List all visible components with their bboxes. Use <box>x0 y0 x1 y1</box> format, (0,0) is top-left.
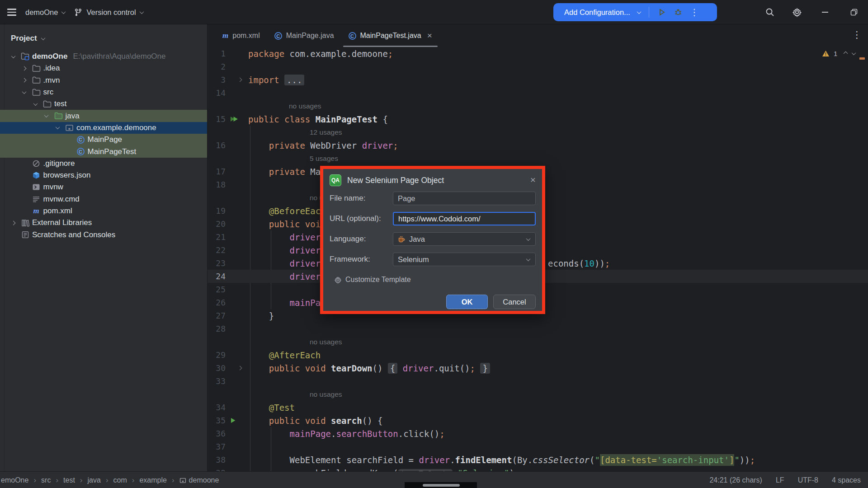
file-name-input[interactable] <box>393 192 536 205</box>
project-panel-header[interactable]: Project <box>0 24 207 44</box>
tree-item-mvnw-cmd[interactable]: mvnw.cmd <box>0 193 207 205</box>
settings-gear-icon[interactable] <box>792 7 802 17</box>
chevron-down-icon[interactable] <box>11 54 15 58</box>
run-button[interactable] <box>657 8 666 17</box>
textfile-icon <box>32 195 41 204</box>
tree-item-label: External Libraries <box>32 218 92 227</box>
usages-inlay[interactable]: no usages <box>289 102 321 110</box>
chevron-right-icon[interactable] <box>22 66 27 70</box>
more-actions-menu[interactable]: ⋮ <box>690 8 699 17</box>
debug-button[interactable] <box>674 8 683 17</box>
inlay-usage-hint: 12 usages <box>208 126 868 139</box>
inspections-widget[interactable]: 1 <box>822 50 855 57</box>
line-number: 33 <box>208 376 226 386</box>
package-icon <box>179 477 186 483</box>
fold-marker-icon[interactable] <box>238 78 242 82</box>
main-menu-icon[interactable] <box>7 9 16 15</box>
tab-close-icon[interactable]: × <box>427 31 432 41</box>
breadcrumb-test[interactable]: test <box>63 476 75 484</box>
tree-item-external-libraries[interactable]: External Libraries <box>0 217 207 229</box>
project-selector[interactable]: demoOne <box>25 8 65 17</box>
next-problem-icon[interactable] <box>852 51 856 55</box>
usages-inlay[interactable]: 5 usages <box>310 155 338 163</box>
new-selenium-page-object-dialog: QA New Selenium Page Object × File name:… <box>320 166 545 314</box>
folder-icon <box>42 99 52 108</box>
usages-inlay[interactable]: no usages <box>310 390 342 399</box>
ok-button[interactable]: OK <box>446 295 488 309</box>
restore-window-button[interactable] <box>848 6 860 18</box>
editor-options-menu[interactable]: ⋮ <box>852 30 862 39</box>
tab-label: MainPage.java <box>286 32 334 40</box>
tree-item-java[interactable]: java <box>0 110 207 122</box>
usages-inlay[interactable]: 12 usages <box>310 128 342 136</box>
tree-item-src[interactable]: src <box>0 86 207 98</box>
project-tool-window: Project demoOneE:\pavithra\Aqua\demoOne.… <box>0 24 208 471</box>
line-number: 24 <box>208 272 226 281</box>
tab-mainpagetest-java[interactable]: CMainPageTest.java× <box>341 24 439 47</box>
tree-item-scratches-and-consoles[interactable]: Scratches and Consoles <box>0 229 207 240</box>
framework-label: Framework: <box>330 255 393 264</box>
language-dropdown[interactable]: Java <box>393 232 536 246</box>
cancel-button[interactable]: Cancel <box>493 295 536 309</box>
fold-marker-icon[interactable] <box>238 366 242 371</box>
tree-item-browsers-json[interactable]: browsers.json <box>0 169 207 181</box>
tree-item-mvn[interactable]: .mvn <box>0 75 207 86</box>
line-ending[interactable]: LF <box>776 476 784 484</box>
add-configuration-button[interactable]: Add Configuration... <box>564 8 630 17</box>
tree-item-mainpage[interactable]: CMainPage <box>0 134 207 145</box>
code-line-36: 36 mainPage.searchButton.click(); <box>208 427 868 440</box>
tree-item-label: .idea <box>43 64 60 73</box>
tree-item-mainpagetest[interactable]: CMainPageTest <box>0 145 207 157</box>
code-line-28: 28 <box>208 322 868 335</box>
tree-item-com-example-demoone[interactable]: com.example.demoone <box>0 122 207 134</box>
breadcrumb-java[interactable]: java <box>88 476 101 484</box>
framework-dropdown[interactable]: Selenium <box>393 253 536 266</box>
run-test-icon[interactable] <box>230 418 236 423</box>
tree-item-test[interactable]: test <box>0 98 207 110</box>
caret-position[interactable]: 24:21 (26 chars) <box>709 476 762 484</box>
line-number: 36 <box>208 429 226 438</box>
tree-item-demoone[interactable]: demoOneE:\pavithra\Aqua\demoOne <box>0 51 207 62</box>
line-number: 22 <box>208 245 226 255</box>
folder-icon <box>32 64 41 73</box>
url-input[interactable] <box>393 212 536 225</box>
tree-item-gitignore[interactable]: .gitignore <box>0 158 207 169</box>
class-icon: C <box>349 32 356 40</box>
chevron-right-icon[interactable] <box>22 78 27 83</box>
dialog-close-icon[interactable]: × <box>530 174 536 185</box>
code-line-34: 34 @Test <box>208 401 868 414</box>
run-test-icon[interactable] <box>230 116 239 122</box>
tree-item-label: java <box>66 112 80 121</box>
file-encoding[interactable]: UTF-8 <box>798 476 818 484</box>
version-control-menu[interactable]: Version control <box>74 8 143 17</box>
tree-item-idea[interactable]: .idea <box>0 62 207 74</box>
tab-mainpage-java[interactable]: CMainPage.java <box>267 24 341 47</box>
chevron-down-icon[interactable] <box>33 101 38 106</box>
tab-pom-xml[interactable]: mpom.xml <box>215 24 267 47</box>
indent-setting[interactable]: 4 spaces <box>832 476 861 484</box>
chevron-down-icon <box>526 236 531 241</box>
dialog-title: New Selenium Page Object <box>347 176 444 185</box>
breadcrumb-demoone[interactable]: demoone <box>179 476 219 484</box>
language-value: Java <box>409 235 425 244</box>
chevron-right-icon[interactable] <box>11 221 15 225</box>
chevron-down-icon[interactable] <box>44 113 49 117</box>
search-everywhere-icon[interactable] <box>765 7 775 17</box>
breadcrumb-emoone[interactable]: emoOne <box>1 476 28 484</box>
java-icon <box>398 235 406 243</box>
breadcrumb-src[interactable]: src <box>41 476 51 484</box>
minimize-button[interactable] <box>819 6 831 18</box>
customize-template-link[interactable]: Customize Template <box>334 276 411 284</box>
tree-item-label: browsers.json <box>43 171 91 180</box>
chevron-down-icon[interactable] <box>55 125 60 130</box>
tree-item-pom-xml[interactable]: mpom.xml <box>0 205 207 217</box>
breadcrumb-example[interactable]: example <box>139 476 166 484</box>
chevron-down-icon[interactable] <box>637 9 641 14</box>
tree-item-mvnw[interactable]: mvnw <box>0 181 207 193</box>
tree-item-label: test <box>54 99 66 108</box>
prev-problem-icon[interactable] <box>844 52 848 56</box>
breadcrumb-com[interactable]: com <box>113 476 127 484</box>
branch-icon <box>74 8 82 16</box>
chevron-down-icon[interactable] <box>22 89 27 94</box>
usages-inlay[interactable]: no usages <box>310 338 342 346</box>
